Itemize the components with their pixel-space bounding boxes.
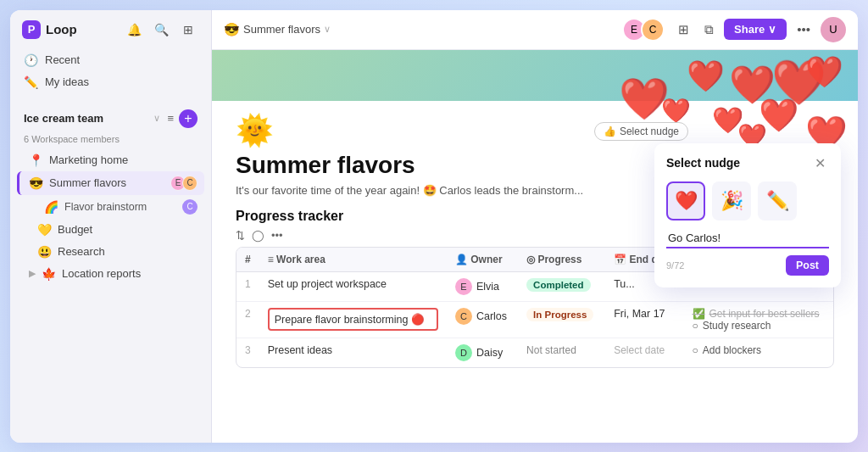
sidebar-item-research[interactable]: 😃 Research [17, 241, 204, 263]
summer-flavors-avatars: E C [170, 176, 198, 191]
add-workspace-item-button[interactable]: + [179, 109, 198, 128]
sidebar-nav-label-recent: Recent [45, 53, 80, 66]
row-num-1: 1 [236, 271, 259, 301]
breadcrumb[interactable]: 😎 Summer flavors ∨ [224, 22, 331, 37]
workspace-member-count: 6 Workspace members [17, 132, 204, 149]
app-name: Loop [46, 22, 118, 36]
grid-view-icon[interactable]: ⊞ [673, 19, 694, 41]
owner-1: E Elvia [447, 271, 518, 301]
search-icon[interactable]: 🔍 [150, 19, 172, 41]
location-reports-icon: 🍁 [42, 267, 56, 281]
progress-3[interactable]: Not started [518, 338, 605, 367]
checklist-item-2[interactable]: ○ Study research [693, 320, 826, 332]
main-content: 🌞 Summer flavors It's our favorite time … [212, 50, 858, 443]
progress-2[interactable]: In Progress [518, 301, 605, 338]
copy-icon[interactable]: ⧉ [699, 19, 719, 41]
progress-icon: ◎ [526, 254, 535, 265]
flavor-brainstorm-avatar: C [182, 199, 198, 215]
sidebar-item-label-budget: Budget [58, 223, 198, 236]
date-3[interactable]: Select date [605, 338, 683, 367]
flavor-brainstorm-icon: 🌈 [44, 200, 58, 214]
nudge-trigger-icon: 👍 [604, 126, 616, 137]
nudge-option-party[interactable]: 🎉 [712, 181, 751, 220]
status-badge-1: Completed [526, 278, 590, 292]
work-area-3[interactable]: Present ideas [259, 338, 447, 367]
sidebar-item-my-ideas[interactable]: ✏️ My ideas [17, 71, 204, 93]
checklist-item-3[interactable]: ○ Add blockers [693, 344, 826, 356]
avatar-2: C [182, 176, 198, 191]
sidebar-item-label-research: Research [58, 245, 198, 258]
col-work-area: ≡ Work area [259, 248, 447, 272]
user-avatar-button[interactable]: U [821, 17, 846, 42]
recent-icon: 🕐 [24, 53, 38, 67]
topbar: 😎 Summer flavors ∨ E C ⊞ ⧉ Share ∨ ••• U [212, 10, 858, 50]
sidebar-item-marketing-home[interactable]: 📍 Marketing home [17, 149, 204, 171]
sidebar-header: P Loop 🔔 🔍 ⊞ [10, 10, 211, 46]
nudge-post-button[interactable]: Post [786, 255, 829, 276]
workspace-section: Ice cream team ∨ ≡ + 6 Workspace members… [10, 105, 211, 285]
table-row: 2 Prepare flavor brainstorming 🔴 C [236, 301, 833, 338]
more-options-icon[interactable]: ••• [792, 19, 815, 40]
workspace-header[interactable]: Ice cream team ∨ ≡ + [17, 105, 204, 132]
nudge-text-input[interactable] [666, 229, 829, 248]
notes-3: ○ Add blockers [684, 338, 834, 367]
notification-bell-icon[interactable]: 🔔 [123, 19, 145, 41]
work-area-2[interactable]: Prepare flavor brainstorming 🔴 [259, 301, 447, 338]
nudge-popup-title: Select nudge [666, 156, 740, 170]
sidebar-item-recent[interactable]: 🕐 Recent [17, 49, 204, 71]
sidebar-nav: 🕐 Recent ✏️ My ideas [10, 46, 211, 97]
topbar-icons: ⊞ ⧉ Share ∨ ••• U [673, 17, 846, 42]
expand-location-icon: ▶ [29, 268, 36, 279]
sidebar-item-summer-flavors[interactable]: 😎 Summer flavors E C [17, 171, 204, 195]
nudge-option-heart[interactable]: ❤️ [666, 181, 705, 220]
nudge-char-count: 9/72 [666, 260, 684, 271]
share-chevron-icon: ∨ [768, 23, 776, 36]
app-window: P Loop 🔔 🔍 ⊞ 🕐 Recent ✏️ My ideas Ice cr… [10, 10, 858, 443]
sidebar-item-flavor-brainstorm[interactable]: 🌈 Flavor brainstorm C [17, 195, 204, 219]
progress-1[interactable]: Completed [518, 271, 605, 301]
checklist-label-1: Get input for best sellers [709, 308, 820, 320]
sidebar-item-location-reports[interactable]: ▶ 🍁 Location reports [17, 263, 204, 285]
hero-banner [212, 50, 858, 101]
app-logo: P [22, 20, 41, 39]
workspace-chevron-icon: ∨ [153, 113, 160, 124]
workspace-name: Ice cream team [24, 112, 148, 125]
sidebar: P Loop 🔔 🔍 ⊞ 🕐 Recent ✏️ My ideas Ice cr… [10, 10, 212, 443]
date-2[interactable]: Fri, Mar 17 [605, 301, 683, 338]
checklist-item-1[interactable]: ✅ Get input for best sellers [693, 308, 826, 320]
col-num: # [236, 248, 259, 272]
sidebar-item-label-flavor-brainstorm: Flavor brainstorm [64, 201, 147, 213]
nudge-popup: Select nudge ✕ ❤️ 🎉 ✏️ 9/72 Post [654, 143, 841, 287]
owner-avatar-2: C [455, 308, 472, 325]
owner-name-1: Elvia [476, 281, 499, 293]
work-area-highlight-2: Prepare flavor brainstorming 🔴 [268, 308, 438, 331]
my-ideas-icon: ✏️ [24, 75, 38, 89]
topbar-avatar-2: C [641, 18, 665, 42]
owner-name-2: Carlos [476, 310, 507, 322]
work-area-1[interactable]: Set up project workspace [259, 271, 447, 301]
select-nudge-trigger-button[interactable]: 👍 Select nudge [594, 122, 688, 141]
nudge-trigger-label: Select nudge [620, 126, 679, 137]
workspace-actions: ≡ + [165, 109, 198, 128]
status-badge-3: Not started [526, 344, 576, 356]
expand-icon[interactable]: ⊞ [177, 19, 199, 41]
list-icon: ≡ [268, 254, 274, 265]
nudge-close-button[interactable]: ✕ [811, 153, 829, 173]
status-badge-2: In Progress [526, 308, 593, 321]
sidebar-item-budget[interactable]: 💛 Budget [17, 219, 204, 241]
uncheck-icon-3: ○ [693, 344, 698, 356]
row-num-3: 3 [236, 338, 259, 367]
nudge-option-pencil[interactable]: ✏️ [758, 181, 797, 220]
workspace-menu-icon[interactable]: ≡ [165, 110, 175, 126]
breadcrumb-text: Summer flavors [243, 23, 320, 36]
person-icon: 👤 [455, 254, 468, 265]
main-panel: 😎 Summer flavors ∨ E C ⊞ ⧉ Share ∨ ••• U [212, 10, 858, 443]
owner-avatar-3: D [455, 344, 472, 361]
sidebar-header-icons: 🔔 🔍 ⊞ [123, 19, 199, 41]
checklist-label-3: Add blockers [703, 344, 761, 356]
share-button[interactable]: Share ∨ [724, 19, 787, 40]
research-icon: 😃 [37, 245, 52, 259]
owner-2: C Carlos [447, 301, 518, 338]
table-row: 3 Present ideas D Daisy Not started [236, 338, 833, 367]
share-label: Share [734, 23, 765, 36]
